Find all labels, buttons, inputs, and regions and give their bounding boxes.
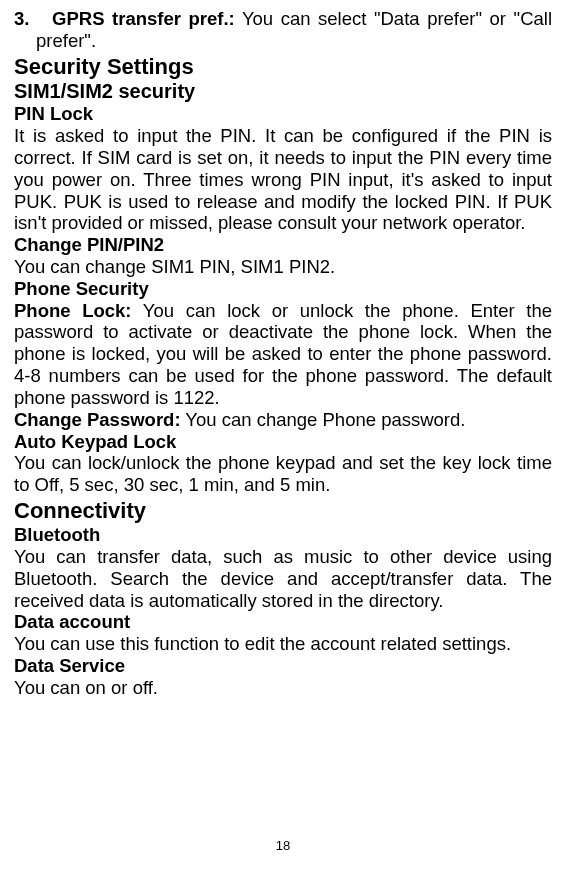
list-item-3: 3. GPRS transfer pref.: You can select "… <box>36 8 552 52</box>
change-password-text: You can change Phone password. <box>181 409 466 430</box>
heading-data-service: Data Service <box>14 655 552 677</box>
heading-data-account: Data account <box>14 611 552 633</box>
page-number: 18 <box>0 838 566 853</box>
para-change-pin: You can change SIM1 PIN, SIM1 PIN2. <box>14 256 552 278</box>
para-data-account: You can use this function to edit the ac… <box>14 633 552 655</box>
page-content: 3. GPRS transfer pref.: You can select "… <box>14 8 552 699</box>
para-phone-lock: Phone Lock: You can lock or unlock the p… <box>14 300 552 409</box>
para-bluetooth: You can transfer data, such as music to … <box>14 546 552 611</box>
para-data-service: You can on or off. <box>14 677 552 699</box>
heading-auto-keypad: Auto Keypad Lock <box>14 431 552 453</box>
heading-bluetooth: Bluetooth <box>14 524 552 546</box>
gprs-label: GPRS transfer pref.: <box>52 8 235 29</box>
para-pin-lock: It is asked to input the PIN. It can be … <box>14 125 552 234</box>
heading-change-pin: Change PIN/PIN2 <box>14 234 552 256</box>
phone-lock-label: Phone Lock: <box>14 300 132 321</box>
heading-connectivity: Connectivity <box>14 498 552 524</box>
heading-pin-lock: PIN Lock <box>14 103 552 125</box>
list-number: 3. <box>14 8 29 29</box>
heading-phone-security: Phone Security <box>14 278 552 300</box>
para-auto-keypad: You can lock/unlock the phone keypad and… <box>14 452 552 496</box>
heading-security-settings: Security Settings <box>14 54 552 80</box>
heading-sim-security: SIM1/SIM2 security <box>14 80 552 104</box>
change-password-label: Change Password: <box>14 409 181 430</box>
para-change-password: Change Password: You can change Phone pa… <box>14 409 552 431</box>
